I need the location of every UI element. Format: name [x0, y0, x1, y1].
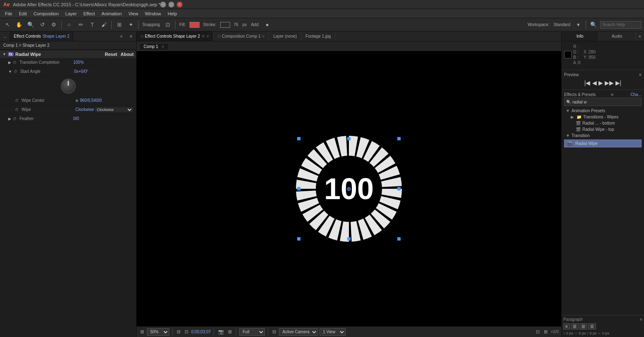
prev-back[interactable]: ◀: [592, 79, 597, 86]
search-button[interactable]: 🔍: [589, 20, 598, 30]
angle-dial[interactable]: [61, 79, 76, 94]
handle-tr[interactable]: [397, 137, 401, 140]
tab-info[interactable]: Info: [562, 31, 599, 41]
zoom-tool[interactable]: 🔍: [26, 20, 36, 30]
menu-layer[interactable]: Layer: [62, 10, 80, 17]
menu-effect[interactable]: Effect: [80, 10, 98, 17]
camera-tool[interactable]: ⚙: [49, 20, 59, 30]
maximize-button[interactable]: □: [168, 2, 174, 7]
tc-value[interactable]: 100%: [73, 60, 133, 65]
comp-tab-menu[interactable]: ≡: [262, 34, 265, 39]
ep-menu[interactable]: ≡: [611, 92, 613, 97]
menu-composition[interactable]: Composition: [30, 10, 62, 17]
puppet-tool[interactable]: ✦: [126, 20, 136, 30]
stroke-color[interactable]: [220, 22, 230, 28]
ec-tab-menu[interactable]: ≡: [207, 34, 209, 39]
zoom-select[interactable]: 50% 100% 25%: [147, 328, 169, 336]
hand-tool[interactable]: ✋: [14, 20, 24, 30]
prev-first[interactable]: |◀: [584, 79, 591, 86]
wc-crosshair[interactable]: ⊕: [75, 99, 79, 103]
selection-tool[interactable]: ↖: [2, 20, 12, 30]
transitions-wipes-item[interactable]: ▶ 📁 Transitions - Wipes: [564, 114, 642, 120]
vc-snap-btn[interactable]: ⊡: [183, 329, 190, 335]
view-select[interactable]: 1 View 2 Views: [320, 328, 346, 336]
viewer-tab-layer[interactable]: Layer (none): [269, 31, 301, 41]
vc-frame-btn[interactable]: ⊟: [175, 329, 182, 335]
comp-nav-menu[interactable]: ≡: [162, 44, 164, 49]
text-tool[interactable]: T: [87, 20, 97, 30]
minimize-button[interactable]: ─: [160, 2, 166, 7]
add-button[interactable]: ●: [262, 20, 272, 30]
handle-mr[interactable]: [397, 187, 401, 190]
viewer-tab-effect-controls[interactable]: □ Effect Controls Shape Layer 2 ✕ ≡: [137, 31, 214, 41]
color-swatch[interactable]: [564, 51, 572, 58]
tab-audio[interactable]: Audio: [599, 31, 636, 41]
handle-tm[interactable]: [347, 137, 351, 140]
menu-edit[interactable]: Edit: [16, 10, 30, 17]
wc-value[interactable]: 960/0,540/0: [80, 98, 133, 103]
tc-stopwatch[interactable]: ⏱: [13, 60, 19, 65]
search-help-input[interactable]: [600, 21, 642, 29]
align-tool[interactable]: ⊞: [114, 20, 124, 30]
wc-stopwatch[interactable]: ⏱: [15, 99, 22, 103]
pen-tool[interactable]: ✏: [76, 20, 86, 30]
f-stopwatch[interactable]: ⏱: [13, 117, 19, 121]
prev-forward[interactable]: ▶▶: [605, 79, 614, 86]
quality-select[interactable]: Full Half Quarter: [239, 328, 265, 336]
vc-overlay-btn[interactable]: ⊞: [543, 329, 549, 335]
menu-help[interactable]: Help: [164, 10, 180, 17]
about-button[interactable]: About: [120, 52, 134, 57]
brush-tool[interactable]: 🖌: [99, 20, 109, 30]
snapping-toggle[interactable]: ⊡: [163, 20, 173, 30]
para-menu[interactable]: ≡: [640, 317, 642, 322]
radial-wipe-item[interactable]: 🎬 Radial Wipe: [564, 140, 642, 147]
vc-frame-btn2[interactable]: ⊡: [535, 329, 541, 335]
wipe-select[interactable]: Clockwise Counterclockwise: [95, 107, 133, 112]
handle-ml[interactable]: [297, 187, 300, 190]
camera-select[interactable]: Active Camera: [279, 328, 318, 336]
handle-br[interactable]: [397, 237, 401, 241]
handle-bm[interactable]: [347, 237, 351, 241]
sa-value[interactable]: 0x+0/0°: [74, 69, 133, 74]
prev-last[interactable]: ▶|: [615, 79, 622, 86]
close-button[interactable]: ✕: [177, 2, 183, 7]
tab-project[interactable]: ...: [0, 31, 10, 41]
ep-char[interactable]: Cha...: [630, 92, 642, 97]
vc-cam-btn[interactable]: 📷: [217, 329, 225, 335]
ec-tab-close[interactable]: ✕: [202, 34, 205, 39]
panel-menu-button[interactable]: ≡: [116, 31, 126, 41]
panel-close-button[interactable]: ✕: [126, 31, 136, 41]
w-stopwatch[interactable]: ⏱: [15, 108, 22, 112]
tab-effect-controls[interactable]: Effect Controls Shape Layer 2: [10, 31, 73, 41]
align-center[interactable]: ☰: [571, 323, 579, 330]
vc-3d-btn[interactable]: ⊟: [271, 329, 277, 335]
rotate-tool[interactable]: ↺: [37, 20, 47, 30]
animation-presets-item[interactable]: ▼ Animation Presets: [564, 108, 642, 114]
viewer-tab-footage[interactable]: Footage 1.jpg: [301, 31, 335, 41]
menu-animation[interactable]: Animation: [98, 10, 125, 17]
menu-view[interactable]: View: [125, 10, 142, 17]
ep-header[interactable]: Effects & Presets ≡ Cha...: [564, 91, 642, 98]
effect-title-row[interactable]: ▼ fx Radial Wipe Reset About: [0, 51, 136, 58]
center-point[interactable]: ⊕: [346, 185, 351, 192]
viewer-tab-composition[interactable]: □ Composition Comp 1 ≡: [214, 31, 269, 41]
sa-stopwatch[interactable]: ⏱: [14, 70, 20, 74]
vc-grid2-btn[interactable]: ⊞: [227, 329, 233, 335]
menu-file[interactable]: File: [2, 10, 16, 17]
ep-search-input[interactable]: [572, 100, 639, 104]
handle-bl[interactable]: [297, 237, 300, 241]
preview-header[interactable]: Preview ≡: [564, 72, 642, 78]
info-menu-btn[interactable]: ≡: [636, 31, 644, 41]
f-value[interactable]: 0/0: [73, 116, 133, 121]
reset-button[interactable]: Reset: [105, 52, 117, 57]
comp-nav-tab[interactable]: Comp 1 ≡: [139, 43, 169, 50]
transition-section-item[interactable]: ▼ Transition: [564, 132, 642, 139]
handle-tl[interactable]: [297, 137, 300, 140]
vc-grid-btn[interactable]: ⊞: [139, 329, 145, 335]
menu-window[interactable]: Window: [142, 10, 164, 17]
shape-tool[interactable]: ○: [64, 20, 74, 30]
fill-color[interactable]: [190, 22, 199, 28]
preview-menu[interactable]: ≡: [639, 72, 642, 77]
align-justify[interactable]: ☰: [588, 323, 596, 330]
align-left[interactable]: ≡: [563, 323, 570, 330]
